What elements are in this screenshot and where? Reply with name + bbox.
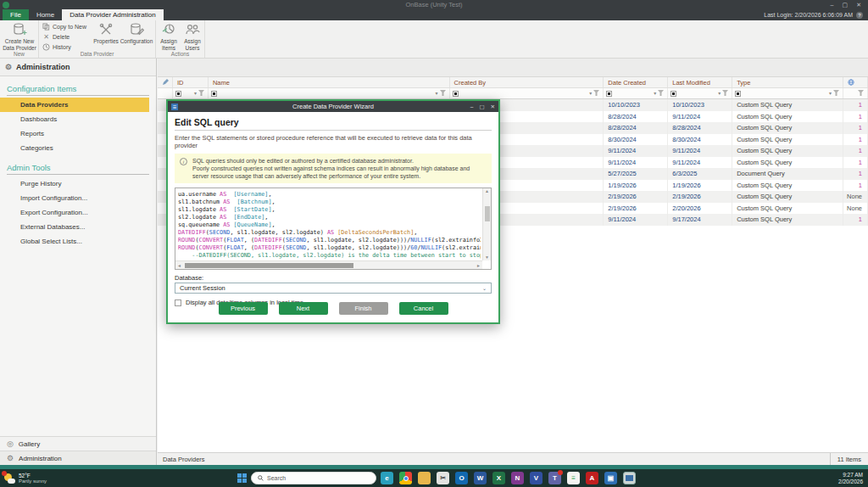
excel-icon[interactable]: X — [492, 472, 505, 484]
vertical-scroll-thumb[interactable] — [485, 206, 490, 221]
column-header-name[interactable]: Name — [209, 77, 450, 87]
chevron-down-icon[interactable]: ▾ — [589, 91, 592, 97]
create-new-data-provider-button[interactable]: Create New Data Provider — [2, 22, 37, 51]
close-icon[interactable]: ✕ — [856, 0, 861, 9]
vertical-scrollbar[interactable]: ▲ ▼ — [482, 188, 491, 260]
database-select[interactable]: Current Session ⌄ — [175, 283, 492, 294]
filter-funnel-icon[interactable] — [722, 90, 729, 97]
tab-home[interactable]: Home — [29, 9, 62, 20]
start-button[interactable] — [237, 473, 247, 483]
chrome-browser-icon[interactable] — [399, 472, 412, 484]
sidebar-footer-gallery[interactable]: ◎Gallery — [0, 436, 156, 451]
history-button[interactable]: History — [42, 43, 86, 51]
cell-count: 1 — [843, 111, 868, 123]
next-button[interactable]: Next — [279, 302, 328, 315]
sql-editor[interactable]: ua.username AS [Username],sl1.batchnum A… — [175, 188, 492, 270]
filter-funnel-icon[interactable] — [858, 90, 865, 97]
filter-value-box[interactable] — [211, 91, 217, 97]
filter-value-box[interactable] — [453, 91, 459, 97]
filter-funnel-icon[interactable] — [833, 90, 840, 97]
sidebar-item-dashboards[interactable]: Dashboards — [0, 112, 149, 126]
previous-button[interactable]: Previous — [219, 302, 268, 315]
horizontal-scroll-thumb[interactable] — [185, 263, 353, 268]
filter-value-box[interactable] — [670, 91, 676, 97]
sidebar-item-categories[interactable]: Categories — [0, 141, 149, 155]
filter-value-box[interactable] — [735, 91, 741, 97]
acrobat-icon[interactable]: A — [586, 472, 598, 484]
word-icon[interactable]: W — [474, 472, 487, 484]
tab-file[interactable]: File — [3, 9, 29, 20]
filter-funnel-icon[interactable] — [658, 90, 665, 97]
sidebar-item-data-providers[interactable]: Data Providers — [0, 98, 149, 112]
filter-cell[interactable]: ▾ — [173, 88, 209, 98]
sidebar-item-export-configuration[interactable]: Export Configuration... — [0, 205, 149, 220]
filter-cell[interactable]: ▾ — [668, 88, 732, 98]
assign-users-button[interactable]: Assign Users — [181, 22, 203, 51]
chevron-down-icon[interactable]: ▾ — [194, 91, 197, 97]
filter-value-box[interactable] — [175, 91, 181, 97]
sidebar-item-purge-history[interactable]: Purge History — [0, 176, 149, 191]
onbase-app-icon[interactable] — [623, 472, 636, 484]
sidebar-item-external-databases[interactable]: External Databases... — [0, 220, 149, 234]
cancel-button[interactable]: Cancel — [399, 302, 448, 315]
cell-date-created: 9/11/2024 — [604, 214, 668, 226]
minimize-icon[interactable]: – — [831, 0, 834, 9]
chevron-down-icon[interactable]: ▾ — [718, 91, 721, 97]
onenote-icon[interactable]: N — [511, 472, 524, 484]
column-header-id[interactable]: ID — [173, 77, 209, 87]
edge-browser-icon[interactable]: e — [381, 472, 393, 484]
copy-to-new-button[interactable]: Copy to New — [42, 23, 86, 31]
assign-users-icon — [185, 22, 200, 37]
help-icon[interactable]: ? — [856, 12, 863, 19]
maximize-icon[interactable]: ▢ — [843, 0, 849, 9]
column-header-type[interactable]: Type — [732, 77, 843, 87]
column-header-last-modified[interactable]: Last Modified — [668, 77, 732, 87]
filter-cell[interactable]: ▾ — [732, 88, 843, 98]
filter-cell[interactable]: ▾ — [604, 88, 668, 98]
filter-funnel-icon[interactable] — [198, 90, 205, 97]
sidebar-header: ⚙ Administration — [0, 59, 156, 76]
sidebar-item-import-configuration[interactable]: Import Configuration... — [0, 191, 149, 205]
weather-widget[interactable]: 52°F Partly sunny — [0, 473, 47, 484]
tab-data-provider-administration[interactable]: Data Provider Administration — [62, 9, 163, 20]
filter-value-box[interactable] — [606, 91, 612, 97]
horizontal-scrollbar[interactable]: ◄ ► — [175, 260, 482, 269]
filter-funnel-icon[interactable] — [440, 90, 447, 97]
filter-cell[interactable]: ▾ — [450, 88, 604, 98]
taskbar-clock[interactable]: 9:27 AM 2/20/2026 — [838, 472, 863, 485]
file-explorer-icon[interactable] — [418, 472, 431, 484]
outlook-icon[interactable]: O — [455, 472, 468, 484]
sidebar-item-global-select-lists[interactable]: Global Select Lists... — [0, 234, 149, 249]
scroll-down-icon[interactable]: ▼ — [485, 255, 489, 260]
history-label: History — [53, 44, 71, 50]
sidebar-item-reports[interactable]: Reports — [0, 126, 149, 141]
teams-icon[interactable]: T — [548, 472, 561, 484]
chevron-down-icon[interactable]: ▾ — [829, 91, 832, 97]
dialog-close-icon[interactable]: ✕ — [491, 101, 495, 112]
column-header-created-by[interactable]: Created By — [450, 77, 604, 87]
filter-funnel-icon[interactable] — [593, 90, 600, 97]
assign-items-button[interactable]: Assign Items — [158, 22, 180, 51]
chevron-down-icon[interactable]: ▾ — [654, 91, 656, 97]
dialog-maximize-icon[interactable]: ▢ — [479, 101, 484, 112]
sidebar-footer-administration[interactable]: ⚙Administration — [0, 451, 156, 465]
scroll-left-icon[interactable]: ◄ — [175, 263, 183, 268]
scroll-right-icon[interactable]: ► — [475, 263, 482, 268]
dialog-titlebar[interactable]: ☰ Create Data Provider Wizard – ▢ ✕ — [168, 101, 498, 112]
security-app-icon[interactable]: ▣ — [604, 472, 617, 484]
text-editor-icon[interactable]: ≡ — [567, 472, 580, 484]
filter-cell[interactable]: ▾ — [209, 88, 450, 98]
visio-icon[interactable]: V — [530, 472, 542, 484]
search-input[interactable]: Search — [251, 472, 376, 484]
configuration-button[interactable]: Configuration — [119, 22, 154, 45]
cell-type: Custom SQL Query — [732, 122, 843, 134]
dialog-minimize-icon[interactable]: – — [470, 101, 474, 112]
scroll-up-icon[interactable]: ▲ — [485, 188, 489, 194]
column-header-date-created[interactable]: Date Created — [604, 77, 668, 87]
delete-button[interactable]: ✕ Delete — [42, 33, 86, 41]
status-left: Data Providers — [158, 456, 205, 463]
snipping-tool-icon[interactable]: ✂ — [437, 472, 449, 484]
filter-cell[interactable] — [843, 88, 868, 98]
chevron-down-icon[interactable]: ▾ — [436, 91, 438, 97]
cell-last-modified: 10/10/2023 — [668, 99, 732, 111]
